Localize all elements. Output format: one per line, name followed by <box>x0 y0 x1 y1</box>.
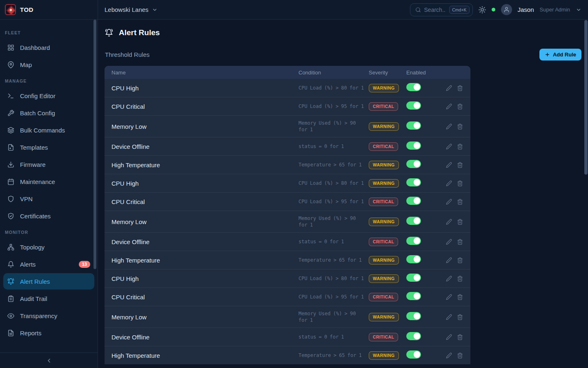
sidebar-item-label: Config Editor <box>20 92 90 99</box>
delete-icon[interactable] <box>457 314 463 320</box>
sidebar-item-label: Transparency <box>20 312 90 319</box>
delete-icon[interactable] <box>457 123 463 130</box>
delete-icon[interactable] <box>457 162 463 168</box>
delete-icon[interactable] <box>457 219 463 225</box>
edit-icon[interactable] <box>446 103 452 110</box>
main-content: Alert Rules Threshold Rules Add Rule Nam… <box>98 20 588 368</box>
enabled-toggle[interactable] <box>406 197 421 205</box>
enabled-toggle[interactable] <box>406 101 421 110</box>
edit-icon[interactable] <box>446 144 452 150</box>
edit-icon[interactable] <box>446 239 452 245</box>
toggle-knob <box>414 102 420 109</box>
edit-icon[interactable] <box>446 276 452 282</box>
edit-icon[interactable] <box>446 257 452 263</box>
toggle-knob <box>414 256 420 263</box>
delete-icon[interactable] <box>457 85 463 91</box>
edit-icon[interactable] <box>446 199 452 205</box>
sidebar-item-topology[interactable]: Topology <box>3 239 94 255</box>
grid-icon <box>7 44 14 51</box>
rule-condition: status = 0 for 1 <box>298 238 369 245</box>
enabled-toggle[interactable] <box>406 312 421 320</box>
sidebar-item-reports[interactable]: Reports <box>3 325 94 341</box>
severity-badge: WARNING <box>369 351 399 360</box>
sidebar-item-vpn[interactable]: VPN <box>3 191 94 207</box>
enabled-toggle[interactable] <box>406 83 421 91</box>
sidebar-item-certificates[interactable]: Certificates <box>3 208 94 224</box>
enabled-toggle[interactable] <box>406 292 421 300</box>
main-scrollbar[interactable] <box>584 20 588 175</box>
edit-icon[interactable] <box>446 180 452 186</box>
download-icon <box>7 161 14 168</box>
delete-icon[interactable] <box>457 334 463 340</box>
sidebar-item-maintenance[interactable]: Maintenance <box>3 173 94 190</box>
sidebar-item-label: Dashboard <box>20 44 90 51</box>
sidebar-item-config-editor[interactable]: Config Editor <box>3 88 94 104</box>
edit-icon[interactable] <box>446 314 452 320</box>
enabled-toggle[interactable] <box>406 274 421 282</box>
delete-icon[interactable] <box>457 103 463 110</box>
sidebar-item-bulk-commands[interactable]: Bulk Commands <box>3 122 94 138</box>
table-row: CPU HighCPU Load (%) > 80 for 1WARNING <box>105 79 470 97</box>
sidebar-item-label: Certificates <box>20 213 90 220</box>
delete-icon[interactable] <box>457 294 463 300</box>
enabled-toggle[interactable] <box>406 237 421 245</box>
org-switcher[interactable]: Lebowski Lanes <box>105 6 158 13</box>
sidebar-item-alert-rules[interactable]: Alert Rules <box>3 273 94 289</box>
rule-condition: CPU Load (%) > 80 for 1 <box>298 180 369 186</box>
chevron-down-icon[interactable] <box>576 7 581 13</box>
sidebar-item-batch-config[interactable]: Batch Config <box>3 105 94 121</box>
table-row: Device Offlinestatus = 0 for 1CRITICAL <box>105 328 470 346</box>
enabled-toggle[interactable] <box>406 350 421 359</box>
edit-icon[interactable] <box>446 85 452 91</box>
avatar[interactable] <box>501 4 512 15</box>
delete-icon[interactable] <box>457 276 463 282</box>
delete-icon[interactable] <box>457 144 463 150</box>
rule-condition: Memory Used (%) > 90 for 1 <box>298 215 369 228</box>
sidebar-item-templates[interactable]: Templates <box>3 139 94 155</box>
add-rule-button[interactable]: Add Rule <box>539 49 581 61</box>
sidebar-collapse-button[interactable] <box>0 352 98 368</box>
enabled-toggle[interactable] <box>406 121 421 130</box>
table-header-row: Name Condition Severity Enabled <box>105 66 470 79</box>
shield-check-icon <box>7 213 14 220</box>
severity-badge: WARNING <box>369 218 399 226</box>
sidebar-item-audit-trail[interactable]: Audit Trail <box>3 290 94 307</box>
toggle-knob <box>414 179 420 186</box>
sidebar-item-firmware[interactable]: Firmware <box>3 156 94 173</box>
delete-icon[interactable] <box>457 257 463 263</box>
sidebar-item-label: Audit Trail <box>20 295 90 302</box>
edit-icon[interactable] <box>446 294 452 300</box>
enabled-toggle[interactable] <box>406 217 421 225</box>
sidebar-item-alerts[interactable]: Alerts13 <box>3 256 94 272</box>
clipboard-icon <box>7 295 14 302</box>
edit-icon[interactable] <box>446 123 452 130</box>
bell-icon <box>7 261 14 268</box>
severity-badge: CRITICAL <box>369 197 398 206</box>
enabled-toggle[interactable] <box>406 178 421 186</box>
enabled-toggle[interactable] <box>406 332 421 340</box>
edit-icon[interactable] <box>446 219 452 225</box>
search-shortcut-badge: Cmd+K <box>449 6 469 14</box>
delete-icon[interactable] <box>457 180 463 186</box>
sidebar-item-transparency[interactable]: Transparency <box>3 307 94 324</box>
delete-icon[interactable] <box>457 239 463 245</box>
sidebar-item-dashboard[interactable]: Dashboard <box>3 39 94 56</box>
delete-icon[interactable] <box>457 352 463 359</box>
sidebar-item-label: Reports <box>20 330 90 337</box>
rule-name: Device Offline <box>105 143 298 150</box>
search-input[interactable]: Search... Cmd+K <box>410 3 473 16</box>
edit-icon[interactable] <box>446 162 452 168</box>
edit-icon[interactable] <box>446 352 452 359</box>
enabled-toggle[interactable] <box>406 141 421 150</box>
severity-badge: WARNING <box>369 274 399 283</box>
toggle-knob <box>414 122 420 129</box>
enabled-toggle[interactable] <box>406 255 421 263</box>
sidebar-scrollbar[interactable] <box>94 20 96 269</box>
brand-name: TOD <box>20 6 33 13</box>
sidebar-item-map[interactable]: Map <box>3 56 94 73</box>
delete-icon[interactable] <box>457 199 463 205</box>
enabled-toggle[interactable] <box>406 160 421 168</box>
edit-icon[interactable] <box>446 334 452 340</box>
threshold-rules-table: Name Condition Severity Enabled CPU High… <box>105 66 470 364</box>
sun-icon[interactable] <box>479 6 486 13</box>
